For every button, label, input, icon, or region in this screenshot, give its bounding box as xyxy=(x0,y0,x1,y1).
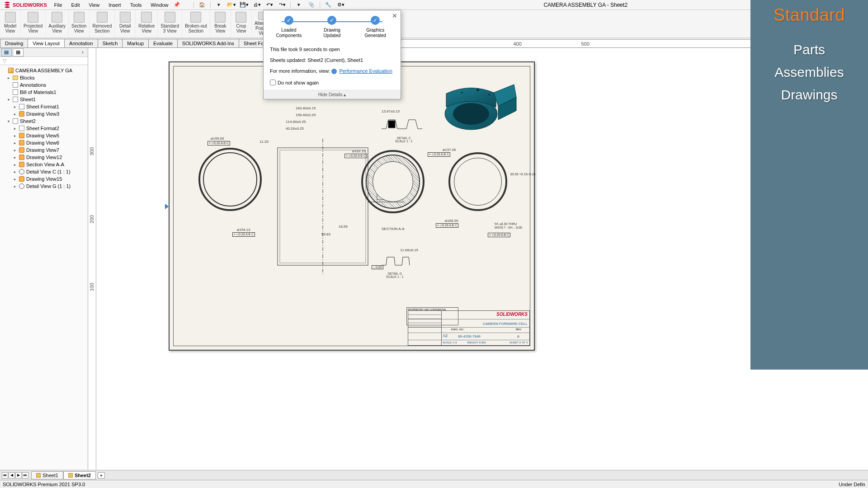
dim-detail-c: 13.97±0.15 xyxy=(382,109,400,113)
menu-file[interactable]: File xyxy=(52,1,64,9)
tab-sketch[interactable]: Sketch xyxy=(98,39,123,47)
ribbon-icon xyxy=(236,12,246,23)
print-icon[interactable]: 🖨▾ xyxy=(252,1,261,9)
sheet-tab-sheet1[interactable]: Sheet1 xyxy=(31,471,63,479)
sheet-nav-prev-icon[interactable]: ◀ xyxy=(9,472,15,479)
ribbon-broken-out-section[interactable]: Broken-outSection xyxy=(182,10,210,38)
tree-item[interactable]: ▸Blocks xyxy=(0,74,88,81)
feature-tree-tab-icon[interactable]: ▤ xyxy=(1,48,12,56)
tab-view-layout[interactable]: View Layout xyxy=(28,39,65,47)
sheet-nav-next-icon[interactable]: ▶ xyxy=(15,472,22,479)
sheet-nav-last-icon[interactable]: ⏭ xyxy=(22,472,28,479)
expand-icon[interactable]: ▸ xyxy=(13,162,17,168)
expand-icon[interactable]: ▸ xyxy=(13,176,17,182)
command-tabs: DrawingView LayoutAnnotationSketchMarkup… xyxy=(0,38,868,48)
tree-item[interactable]: ▸Drawing View3 xyxy=(0,110,88,117)
check-icon: ✓ xyxy=(327,16,336,25)
tree-item[interactable]: ▸Drawing View6 xyxy=(0,139,88,146)
expand-icon[interactable]: ▸ xyxy=(13,155,17,160)
save-icon[interactable]: 💾▾ xyxy=(240,1,249,9)
dim-holes: 9X ⌀3.30 THRU M4X0.7 - 6H ⌵ 8.00 xyxy=(495,222,522,229)
new-icon[interactable]: ▾ xyxy=(214,1,223,9)
tree-root[interactable]: CAMERA ASSEMBLY GA xyxy=(0,67,88,74)
sheet-nav-first-icon[interactable]: ⏮ xyxy=(2,472,8,479)
select-icon[interactable]: ▾ xyxy=(294,1,303,9)
ribbon-removed-section[interactable]: RemovedSection xyxy=(90,10,115,38)
performance-evaluation-link[interactable]: Performance Evaluation xyxy=(339,68,392,74)
ribbon-standard-3-view[interactable]: Standard3 View xyxy=(158,10,182,38)
rebuild-icon[interactable]: 🔧 xyxy=(324,1,333,9)
gdt-195: ⌖ ⌀0.20 A B C xyxy=(208,141,230,145)
sheet-tab-sheet2[interactable]: Sheet2 xyxy=(63,471,96,479)
dialog-time-text: This file took 9 seconds to open xyxy=(270,47,394,52)
expand-icon[interactable]: ▸ xyxy=(13,126,17,131)
dim-11: 11.20 xyxy=(259,140,269,144)
undo-icon[interactable]: ↶▾ xyxy=(265,1,274,9)
panel-tabs: ▤ ▦ › xyxy=(0,48,88,57)
expand-icon[interactable]: ▸ xyxy=(13,147,17,153)
titleblock-rev: A xyxy=(517,334,519,338)
gdt-holes: ⌖ ⌀0.20 A B C xyxy=(488,233,510,237)
expand-icon[interactable]: ▸ xyxy=(13,104,17,110)
tree-item[interactable]: ▸Sheet Format1 xyxy=(0,103,88,110)
home-icon[interactable]: 🏠 xyxy=(198,1,207,9)
tree-item[interactable]: ▸Drawing View5 xyxy=(0,132,88,139)
tree-item[interactable]: ▸Drawing View15 xyxy=(0,175,88,183)
ribbon-break-view[interactable]: BreakView xyxy=(210,10,231,38)
menu-window[interactable]: Window xyxy=(149,1,170,9)
tree-item[interactable]: ▸Detail View C (1 : 1) xyxy=(0,168,88,175)
expand-icon[interactable]: ▸ xyxy=(13,183,17,189)
expand-icon[interactable]: ▾ xyxy=(6,97,11,103)
ribbon-section-view[interactable]: SectionView xyxy=(69,10,90,38)
tree-item[interactable]: ▾Sheet1 xyxy=(0,96,88,103)
redo-icon[interactable]: ↷▾ xyxy=(278,1,287,9)
tree-item[interactable]: Bill of Materials1 xyxy=(0,89,88,96)
hide-details-toggle[interactable]: Hide Details ▴ xyxy=(264,90,401,99)
pin-icon[interactable]: 📌 xyxy=(174,2,180,8)
view-icon xyxy=(19,176,24,182)
menu-view[interactable]: View xyxy=(87,1,101,9)
add-sheet-icon[interactable]: + xyxy=(98,472,105,479)
view-icon xyxy=(19,147,24,153)
expand-icon[interactable]: ▸ xyxy=(6,75,11,81)
dialog-info-row: For more information, view: Performance … xyxy=(270,68,394,74)
expand-icon[interactable]: ▸ xyxy=(13,169,17,175)
menu-edit[interactable]: Edit xyxy=(70,1,82,9)
tab-drawing[interactable]: Drawing xyxy=(0,39,28,47)
detail-icon xyxy=(19,183,24,189)
config-tab-icon[interactable]: ▦ xyxy=(13,48,24,56)
do-not-show-checkbox[interactable]: Do not show again xyxy=(270,80,394,85)
tab-annotation[interactable]: Annotation xyxy=(64,39,98,47)
tree-filter[interactable]: ▽ xyxy=(0,57,88,65)
expand-arrow-icon[interactable]: › xyxy=(81,49,84,55)
tab-markup[interactable]: Markup xyxy=(122,39,149,47)
ann-icon xyxy=(13,89,18,95)
ribbon-crop-view[interactable]: CropView xyxy=(231,10,252,38)
ribbon-model-view[interactable]: ModelView xyxy=(0,10,21,38)
menu-tools[interactable]: Tools xyxy=(128,1,144,9)
attach-icon[interactable]: 📎 xyxy=(307,1,316,9)
tree-item[interactable]: ▾Sheet2 xyxy=(0,117,88,125)
tree-item[interactable]: ▸Detail View G (1 : 1) xyxy=(0,183,88,190)
tab-evaluate[interactable]: Evaluate xyxy=(148,39,178,47)
expand-icon[interactable]: ▸ xyxy=(13,140,17,146)
do-not-show-input[interactable] xyxy=(270,80,276,85)
ribbon-detail-view[interactable]: DetailView xyxy=(115,10,136,38)
tree-item[interactable]: ▸Drawing View12 xyxy=(0,154,88,161)
open-icon[interactable]: 📂▾ xyxy=(227,1,236,9)
tab-solidworks-add-ins[interactable]: SOLIDWORKS Add-Ins xyxy=(177,39,239,47)
ribbon-projected-view[interactable]: ProjectedView xyxy=(21,10,46,38)
tree-item[interactable]: ▸Sheet Format2 xyxy=(0,125,88,132)
view-icon xyxy=(19,133,24,138)
detail-g-label: DETAIL G SCALE 1 : 1 xyxy=(386,272,404,278)
expand-icon[interactable]: ▸ xyxy=(13,111,17,117)
ribbon-relative-view[interactable]: RelativeView xyxy=(136,10,158,38)
tree-item[interactable]: ▸Section View A-A xyxy=(0,161,88,168)
options-icon[interactable]: ⚙▾ xyxy=(336,1,345,9)
menu-insert[interactable]: Insert xyxy=(107,1,123,9)
expand-icon[interactable]: ▾ xyxy=(6,118,11,124)
tree-item[interactable]: Annotations xyxy=(0,81,88,89)
expand-icon[interactable]: ▸ xyxy=(13,133,17,139)
tree-item[interactable]: ▸Drawing View7 xyxy=(0,146,88,154)
ribbon-auxiliary-view[interactable]: AuxiliaryView xyxy=(46,10,69,38)
